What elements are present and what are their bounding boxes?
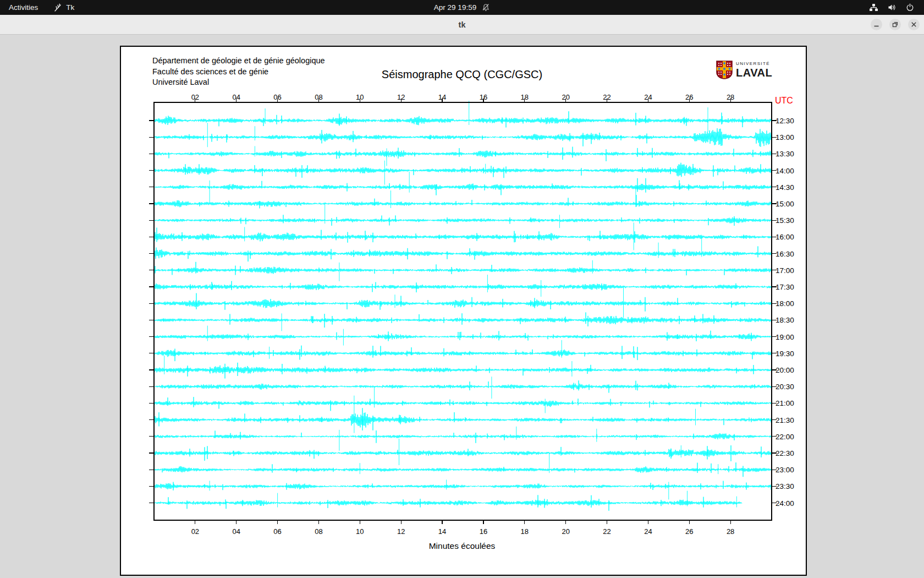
tk-window-background: Département de géologie et de génie géol… bbox=[0, 35, 924, 578]
time-label-13:30: 13:30 bbox=[776, 150, 794, 158]
tk-feather-icon bbox=[53, 3, 62, 12]
x-tick-bottom-02: 02 bbox=[191, 527, 199, 536]
x-tick-bottom-12: 12 bbox=[397, 527, 405, 536]
activities-button[interactable]: Activities bbox=[9, 3, 38, 12]
time-label-22:00: 22:00 bbox=[776, 432, 794, 440]
seismogram-trace-13:00 bbox=[154, 123, 771, 147]
time-label-16:00: 16:00 bbox=[776, 233, 794, 241]
seismogram-trace-12:30 bbox=[154, 101, 771, 132]
time-label-18:00: 18:00 bbox=[776, 299, 794, 308]
wired-network-icon bbox=[869, 3, 878, 12]
focused-app-name: Tk bbox=[66, 3, 74, 12]
clock-menu[interactable]: Apr 29 19:59 bbox=[434, 3, 490, 12]
seismogram-trace-14:30 bbox=[154, 172, 771, 204]
x-tick-top-12: 12 bbox=[397, 93, 405, 101]
system-status-area[interactable] bbox=[869, 3, 924, 12]
x-tick-top-28: 28 bbox=[727, 93, 734, 101]
window-titlebar[interactable]: tk bbox=[0, 15, 924, 35]
x-tick-bottom-14: 14 bbox=[438, 527, 446, 536]
time-label-20:30: 20:30 bbox=[776, 383, 794, 391]
x-tick-top-20: 20 bbox=[562, 93, 569, 101]
time-label-19:30: 19:30 bbox=[776, 349, 794, 357]
seismogram-trace-20:30 bbox=[154, 377, 771, 399]
seismogram-trace-20:00 bbox=[154, 356, 771, 379]
time-label-21:00: 21:00 bbox=[776, 399, 794, 407]
desktop: Activities Tk Apr 29 19:59 bbox=[0, 0, 924, 578]
x-tick-top-02: 02 bbox=[191, 93, 199, 101]
seismogram-trace-23:00 bbox=[154, 453, 771, 477]
x-tick-bottom-08: 08 bbox=[315, 527, 322, 536]
time-label-14:30: 14:30 bbox=[776, 183, 794, 191]
time-label-14:00: 14:00 bbox=[776, 166, 794, 175]
x-tick-top-04: 04 bbox=[232, 93, 240, 101]
restore-button[interactable] bbox=[889, 19, 901, 30]
time-label-21:30: 21:30 bbox=[776, 416, 794, 424]
seismogram-trace-19:30 bbox=[154, 340, 771, 361]
time-label-17:00: 17:00 bbox=[776, 266, 794, 274]
x-axis-title: Minutes écoulées bbox=[429, 541, 496, 551]
seismogram-trace-23:30 bbox=[154, 479, 771, 499]
x-tick-bottom-16: 16 bbox=[480, 527, 487, 536]
x-tick-top-06: 06 bbox=[273, 93, 281, 101]
seismogram-trace-22:30 bbox=[154, 439, 771, 465]
seismogram-trace-22:00 bbox=[154, 427, 771, 451]
seismogram-trace-18:00 bbox=[154, 287, 771, 318]
time-label-15:00: 15:00 bbox=[776, 200, 794, 208]
x-tick-top-24: 24 bbox=[644, 93, 652, 101]
x-tick-top-08: 08 bbox=[315, 93, 322, 101]
gnome-top-bar: Activities Tk Apr 29 19:59 bbox=[0, 0, 924, 15]
time-label-13:00: 13:00 bbox=[776, 133, 794, 141]
x-tick-top-14: 14 bbox=[438, 93, 446, 101]
x-tick-top-10: 10 bbox=[356, 93, 364, 101]
x-tick-top-16: 16 bbox=[480, 93, 487, 101]
seismogram-trace-21:30 bbox=[154, 396, 771, 433]
seismogram-trace-21:00 bbox=[154, 386, 771, 413]
seismogram-trace-16:30 bbox=[154, 235, 771, 262]
time-label-23:00: 23:00 bbox=[776, 466, 794, 474]
x-tick-bottom-04: 04 bbox=[232, 527, 240, 536]
time-label-19:00: 19:00 bbox=[776, 332, 794, 341]
clock-text: Apr 29 19:59 bbox=[434, 3, 476, 12]
seismogram-trace-13:30 bbox=[154, 146, 771, 166]
x-tick-top-22: 22 bbox=[603, 93, 610, 101]
helicorder-plot bbox=[121, 47, 806, 575]
seismogram-trace-19:00 bbox=[154, 326, 771, 346]
time-label-12:30: 12:30 bbox=[776, 117, 794, 125]
minimize-icon bbox=[873, 21, 879, 28]
seismogram-trace-24:00 bbox=[154, 491, 742, 511]
x-tick-bottom-20: 20 bbox=[562, 527, 569, 536]
x-tick-bottom-10: 10 bbox=[356, 527, 364, 536]
x-tick-bottom-06: 06 bbox=[273, 527, 281, 536]
seismogram-trace-16:00 bbox=[154, 222, 771, 250]
power-icon bbox=[906, 3, 914, 12]
time-label-15:30: 15:30 bbox=[776, 216, 794, 225]
time-label-18:30: 18:30 bbox=[776, 316, 794, 324]
time-label-16:30: 16:30 bbox=[776, 249, 794, 258]
minimize-button[interactable] bbox=[871, 19, 882, 30]
x-tick-bottom-24: 24 bbox=[644, 527, 652, 536]
x-tick-bottom-26: 26 bbox=[685, 527, 693, 536]
seismograph-canvas: Département de géologie et de génie géol… bbox=[120, 46, 807, 576]
time-label-20:00: 20:00 bbox=[776, 366, 794, 374]
window-title: tk bbox=[459, 20, 466, 29]
time-label-17:30: 17:30 bbox=[776, 283, 794, 291]
volume-icon bbox=[888, 3, 897, 12]
seismogram-trace-15:00 bbox=[154, 187, 771, 209]
x-tick-bottom-18: 18 bbox=[521, 527, 529, 536]
seismogram-trace-14:00 bbox=[154, 161, 771, 185]
x-tick-bottom-28: 28 bbox=[727, 527, 734, 536]
x-tick-bottom-22: 22 bbox=[603, 527, 610, 536]
notifications-muted-icon bbox=[482, 3, 490, 12]
seismogram-trace-17:00 bbox=[154, 260, 771, 281]
focused-app-menu[interactable]: Tk bbox=[53, 3, 74, 12]
time-label-24:00: 24:00 bbox=[776, 499, 794, 507]
x-tick-top-18: 18 bbox=[521, 93, 529, 101]
restore-icon bbox=[892, 21, 898, 28]
time-label-22:30: 22:30 bbox=[776, 449, 794, 457]
seismogram-trace-15:30 bbox=[154, 203, 771, 228]
seismogram-trace-17:30 bbox=[154, 275, 771, 297]
close-icon bbox=[911, 21, 917, 28]
seismogram-trace-18:30 bbox=[154, 313, 771, 331]
close-button[interactable] bbox=[908, 19, 920, 30]
time-label-23:30: 23:30 bbox=[776, 482, 794, 490]
